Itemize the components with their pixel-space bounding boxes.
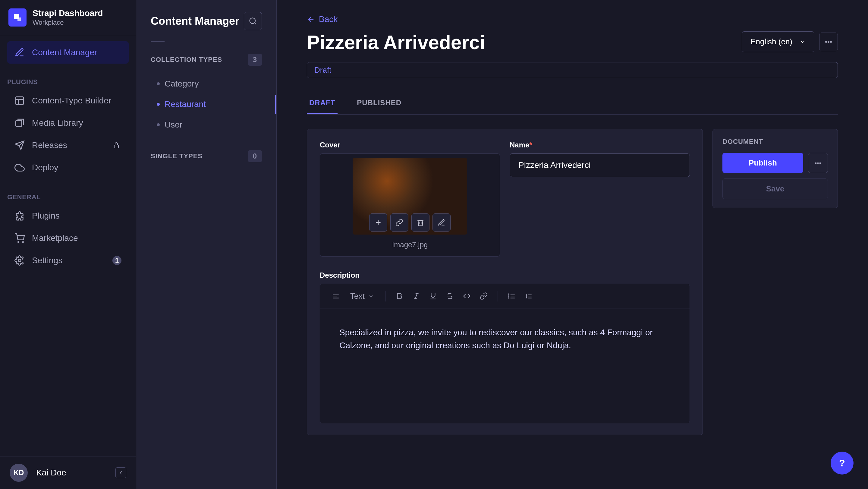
single-types-heading: SINGLE TYPES: [151, 152, 203, 160]
content-area: Back Pizzeria Arrivederci English (en) D…: [277, 0, 868, 489]
lock-icon: [111, 140, 121, 150]
nav-label: Releases: [32, 141, 67, 150]
nav-releases[interactable]: Releases: [7, 134, 129, 156]
brand-title: Strapi Dashboard: [33, 8, 103, 18]
publish-button[interactable]: Publish: [722, 153, 803, 173]
svg-rect-1: [18, 18, 21, 21]
pencil-icon: [438, 219, 445, 226]
tool-code[interactable]: [460, 289, 474, 303]
nav-content-type-builder[interactable]: Content-Type Builder: [7, 90, 129, 112]
tool-block-type[interactable]: Text: [345, 292, 378, 301]
search-button[interactable]: [244, 12, 262, 30]
nav-marketplace[interactable]: Marketplace: [7, 227, 129, 249]
svg-point-14: [828, 41, 829, 42]
send-icon: [14, 140, 25, 150]
collection-types-count: 3: [248, 54, 262, 66]
nav-deploy[interactable]: Deploy: [7, 156, 129, 179]
nav-plugins[interactable]: Plugins: [7, 205, 129, 227]
chevron-down-icon: [368, 293, 374, 299]
svg-line-23: [415, 293, 417, 299]
code-icon: [463, 292, 471, 300]
page-title: Pizzeria Arrivederci: [307, 31, 485, 54]
gear-icon: [14, 255, 25, 266]
type-item-user[interactable]: User: [151, 115, 262, 134]
cover-edit-button[interactable]: [433, 213, 451, 232]
divider: [151, 41, 164, 41]
svg-line-11: [254, 23, 256, 24]
form-main: Cover Image7.jpg: [307, 129, 703, 435]
svg-rect-6: [114, 145, 119, 148]
tab-draft[interactable]: DRAFT: [307, 93, 338, 114]
type-label: Restaurant: [164, 99, 206, 109]
document-heading: DOCUMENT: [722, 138, 828, 146]
tool-underline[interactable]: [426, 289, 440, 303]
svg-rect-5: [16, 121, 22, 127]
tool-align[interactable]: [329, 289, 343, 303]
cover-box: Image7.jpg: [320, 153, 500, 256]
svg-point-35: [815, 162, 816, 163]
brand-logo: [8, 8, 27, 27]
strapi-logo-icon: [12, 12, 23, 23]
back-link[interactable]: Back: [307, 14, 838, 24]
tool-bold[interactable]: [392, 289, 407, 303]
type-item-category[interactable]: Category: [151, 74, 262, 93]
tool-bullet-list[interactable]: [504, 289, 519, 303]
more-actions-button[interactable]: [819, 33, 838, 51]
dots-horizontal-icon: [814, 159, 822, 167]
editor-content[interactable]: Specialized in pizza, we invite you to r…: [320, 308, 689, 423]
puzzle-icon: [14, 211, 25, 221]
rich-text-editor: Text Specialized in p: [320, 284, 690, 423]
type-label: User: [164, 120, 182, 130]
avatar[interactable]: KD: [10, 464, 28, 482]
svg-point-30: [508, 296, 509, 296]
nav-settings[interactable]: Settings 1: [7, 249, 129, 272]
image-stack-icon: [14, 118, 25, 128]
dot-icon: [157, 103, 160, 106]
cover-link-button[interactable]: [390, 213, 408, 232]
collapse-sidebar-button[interactable]: [116, 467, 126, 478]
cover-delete-button[interactable]: [411, 213, 430, 232]
locale-select[interactable]: English (en): [742, 31, 814, 52]
nav-label: Content-Type Builder: [32, 96, 111, 105]
tool-link[interactable]: [476, 289, 491, 303]
chevron-down-icon: [800, 39, 806, 45]
strikethrough-icon: [446, 292, 454, 300]
cover-add-button[interactable]: [369, 213, 387, 232]
brand-header: Strapi Dashboard Workplace: [0, 0, 136, 35]
pencil-icon: [14, 47, 25, 58]
type-item-restaurant[interactable]: Restaurant: [151, 95, 262, 114]
svg-point-37: [820, 162, 821, 163]
nav-media-library[interactable]: Media Library: [7, 112, 129, 134]
publish-more-button[interactable]: [808, 153, 828, 173]
dots-horizontal-icon: [824, 38, 833, 46]
tool-italic[interactable]: [409, 289, 424, 303]
nav-label: Deploy: [32, 163, 58, 173]
main-sidebar: Strapi Dashboard Workplace Content Manag…: [0, 0, 136, 489]
tabs: DRAFT PUBLISHED: [307, 93, 838, 115]
svg-point-7: [18, 242, 19, 242]
locale-value: English (en): [750, 37, 792, 47]
tool-strikethrough[interactable]: [443, 289, 457, 303]
layout-icon: [14, 96, 25, 106]
user-footer: KD Kai Doe: [0, 456, 136, 489]
svg-point-10: [250, 18, 255, 24]
nav-content-manager[interactable]: Content Manager: [7, 41, 129, 64]
search-icon: [249, 17, 257, 25]
help-fab[interactable]: ?: [831, 452, 854, 475]
save-button[interactable]: Save: [722, 179, 828, 199]
types-title: Content Manager: [151, 15, 239, 27]
name-label: Name*: [510, 141, 690, 149]
tool-ordered-list[interactable]: [521, 289, 536, 303]
form-side: DOCUMENT Publish Save: [712, 129, 838, 435]
svg-point-15: [830, 41, 832, 42]
tab-published[interactable]: PUBLISHED: [354, 93, 404, 114]
plus-icon: [374, 219, 382, 226]
nav-label: Content Manager: [32, 48, 97, 57]
status-badge: Draft: [307, 62, 838, 78]
svg-point-36: [818, 162, 818, 163]
nav-label: Plugins: [32, 211, 60, 221]
cover-image[interactable]: [352, 158, 467, 235]
settings-badge: 1: [113, 256, 121, 265]
name-input[interactable]: [510, 153, 690, 177]
svg-point-13: [826, 41, 827, 42]
